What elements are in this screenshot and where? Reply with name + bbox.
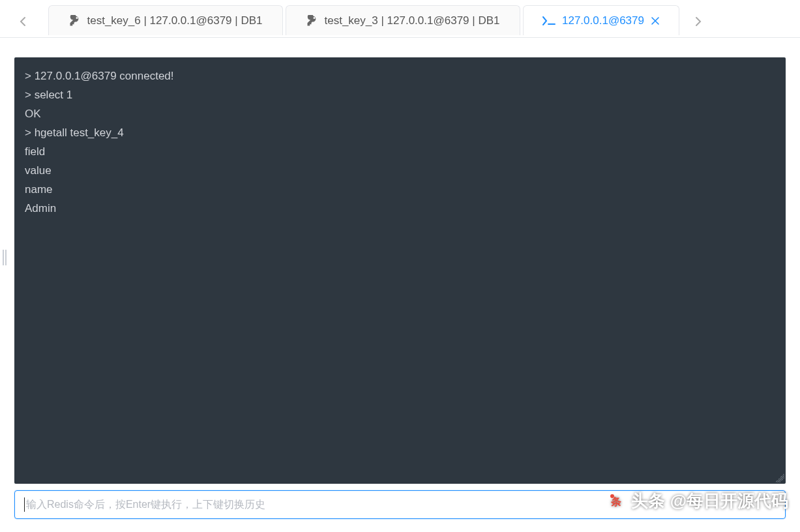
tab-label: test_key_6 | 127.0.0.1@6379 | DB1 (87, 14, 263, 27)
sidebar-resize-handle[interactable] (3, 249, 8, 266)
tab-key-test3[interactable]: test_key_3 | 127.0.0.1@6379 | DB1 (286, 5, 520, 35)
terminal-line: name (25, 180, 775, 199)
terminal-line: > 127.0.0.1@6379 connected! (25, 66, 775, 85)
tab-scroll-right[interactable] (682, 5, 715, 37)
terminal-line: value (25, 161, 775, 180)
terminal-line: Admin (25, 199, 775, 218)
tab-key-test6[interactable]: test_key_6 | 127.0.0.1@6379 | DB1 (48, 5, 283, 35)
command-input[interactable] (26, 499, 776, 510)
close-icon[interactable] (651, 16, 660, 25)
terminal-line: > hgetall test_key_4 (25, 123, 775, 142)
terminal-line: OK (25, 104, 775, 123)
terminal-output[interactable]: > 127.0.0.1@6379 connected!> select 1OK>… (14, 57, 786, 484)
text-caret (24, 497, 25, 512)
terminal-line: field (25, 142, 775, 161)
tab-bar: test_key_6 | 127.0.0.1@6379 | DB1 test_k… (0, 0, 800, 38)
terminal-line: > select 1 (25, 85, 775, 104)
tab-terminal[interactable]: 127.0.0.1@6379 (523, 5, 679, 35)
tab-label: test_key_3 | 127.0.0.1@6379 | DB1 (325, 14, 500, 27)
key-icon (306, 15, 318, 27)
tab-label: 127.0.0.1@6379 (562, 14, 644, 27)
terminal-icon (542, 16, 556, 25)
command-input-container (14, 490, 786, 519)
chevron-right-icon (695, 16, 702, 27)
key-icon (69, 15, 81, 27)
tab-scroll-left[interactable] (0, 5, 46, 37)
chevron-left-icon (20, 16, 26, 27)
